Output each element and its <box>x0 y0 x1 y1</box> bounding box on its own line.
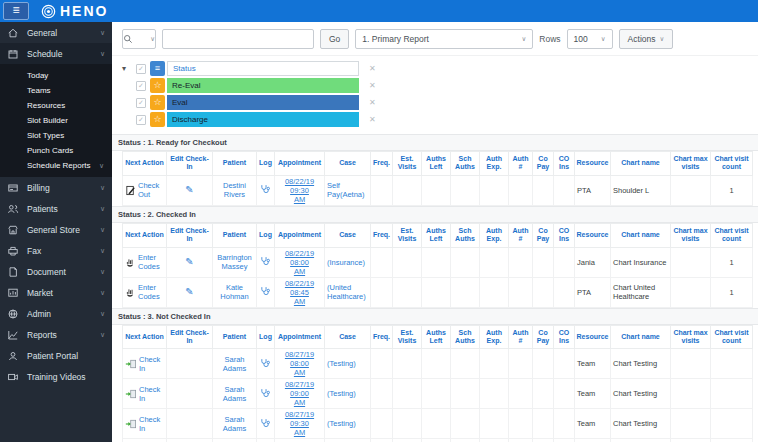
patient-link[interactable]: Sarah Adams <box>223 385 246 403</box>
appointment-link[interactable]: 08/22/19 09:30AM <box>285 177 314 204</box>
column-header-auth-exp-[interactable]: Auth Exp. <box>480 152 509 176</box>
appointment-link[interactable]: 08/27/19 09:00AM <box>285 380 314 407</box>
patient-link[interactable]: Sarah Adams <box>223 415 246 433</box>
column-header-next-action[interactable]: Next Action <box>123 223 167 247</box>
report-select[interactable]: 1. Primary Report ∨ <box>355 29 533 49</box>
column-header-co-pay[interactable]: Co Pay <box>533 223 554 247</box>
column-header-sch-auths[interactable]: Sch Auths <box>451 325 480 349</box>
column-header-edit-check-in[interactable]: Edit Check-In <box>167 152 213 176</box>
column-header-freq-[interactable]: Freq. <box>371 152 393 176</box>
column-header-chart-visit-count[interactable]: Chart visit count <box>711 223 753 247</box>
patient-link[interactable]: Sarah Adams <box>223 355 246 373</box>
column-header-auths-left[interactable]: Auths Left <box>422 152 451 176</box>
sidebar-item-billing[interactable]: Billing∨ <box>0 177 112 198</box>
group-by-icon[interactable]: ≡ <box>150 61 165 76</box>
column-header-auth-exp-[interactable]: Auth Exp. <box>480 325 509 349</box>
close-icon[interactable]: ✕ <box>369 115 376 124</box>
rows-select[interactable]: 100 ∨ <box>567 29 613 49</box>
case-link[interactable]: (United Healthcare) <box>327 283 366 301</box>
column-header-chart-name[interactable]: Chart name <box>611 325 671 349</box>
case-link[interactable]: (Testing) <box>327 359 356 368</box>
column-header-auths-left[interactable]: Auths Left <box>422 325 451 349</box>
column-header-resource[interactable]: Resource <box>575 152 611 176</box>
sidebar-item-admin[interactable]: Admin∨ <box>0 303 112 324</box>
search-input[interactable] <box>162 29 314 49</box>
sidebar-item-reports[interactable]: Reports∨ <box>0 324 112 345</box>
column-header-resource[interactable]: Resource <box>575 223 611 247</box>
column-header-co-pay[interactable]: Co Pay <box>533 152 554 176</box>
column-header-auth-[interactable]: Auth # <box>509 325 533 349</box>
column-header-patient[interactable]: Patient <box>213 325 257 349</box>
star-icon[interactable]: ☆ <box>150 95 165 110</box>
column-header-co-ins[interactable]: CO Ins <box>554 325 575 349</box>
status-chip-re-eval[interactable]: Re-Eval <box>167 78 359 93</box>
log-icon[interactable] <box>260 418 271 428</box>
pencil-icon[interactable]: ✎ <box>185 256 193 267</box>
column-header-est-visits[interactable]: Est. Visits <box>393 223 422 247</box>
column-header-case[interactable]: Case <box>325 325 371 349</box>
appointment-link[interactable]: 08/27/19 08:00AM <box>285 350 314 377</box>
case-link[interactable]: (Testing) <box>327 389 356 398</box>
close-icon[interactable]: ✕ <box>369 98 376 107</box>
sidebar-item-training-videos[interactable]: Training Videos <box>0 366 112 387</box>
column-header-auth-exp-[interactable]: Auth Exp. <box>480 223 509 247</box>
sidebar-subitem-slot-types[interactable]: Slot Types <box>0 128 112 143</box>
log-icon[interactable] <box>260 256 271 266</box>
collapse-caret-icon[interactable]: ▾ <box>122 64 136 73</box>
column-header-chart-max-visits[interactable]: Chart max visits <box>671 152 711 176</box>
sidebar-subitem-punch-cards[interactable]: Punch Cards <box>0 143 112 158</box>
close-icon[interactable]: ✕ <box>369 81 376 90</box>
column-header-appointment[interactable]: Appointment <box>275 325 325 349</box>
column-header-freq-[interactable]: Freq. <box>371 325 393 349</box>
status-chip-eval[interactable]: Eval <box>167 95 359 110</box>
sidebar-item-fax[interactable]: Fax∨ <box>0 240 112 261</box>
column-header-log[interactable]: Log <box>257 325 275 349</box>
pencil-icon[interactable]: ✎ <box>185 286 193 297</box>
column-header-auth-[interactable]: Auth # <box>509 152 533 176</box>
column-header-freq-[interactable]: Freq. <box>371 223 393 247</box>
sidebar-item-patient-portal[interactable]: Patient Portal <box>0 345 112 366</box>
column-header-next-action[interactable]: Next Action <box>123 152 167 176</box>
go-button[interactable]: Go <box>320 29 349 49</box>
column-header-next-action[interactable]: Next Action <box>123 325 167 349</box>
appointment-link[interactable]: 08/22/19 08:00AM <box>285 249 314 276</box>
patient-link[interactable]: Destini Rivers <box>223 181 246 199</box>
appointment-link[interactable]: 08/22/19 08:45AM <box>285 279 314 306</box>
sidebar-item-patients[interactable]: Patients∨ <box>0 198 112 219</box>
next-action-link[interactable]: Check In <box>139 355 164 373</box>
column-header-resource[interactable]: Resource <box>575 325 611 349</box>
column-header-appointment[interactable]: Appointment <box>275 152 325 176</box>
log-icon[interactable] <box>260 286 271 296</box>
log-icon[interactable] <box>260 358 271 368</box>
column-header-log[interactable]: Log <box>257 223 275 247</box>
case-link[interactable]: (Insurance) <box>327 258 365 267</box>
star-icon[interactable]: ☆ <box>150 78 165 93</box>
column-header-sch-auths[interactable]: Sch Auths <box>451 223 480 247</box>
sidebar-item-schedule[interactable]: Schedule∨ <box>0 43 112 64</box>
column-header-auth-[interactable]: Auth # <box>509 223 533 247</box>
next-action-link[interactable]: Check Out <box>138 181 164 199</box>
column-header-edit-check-in[interactable]: Edit Check-In <box>167 223 213 247</box>
sidebar-subitem-resources[interactable]: Resources <box>0 98 112 113</box>
column-header-appointment[interactable]: Appointment <box>275 223 325 247</box>
sidebar-item-market[interactable]: Market∨ <box>0 282 112 303</box>
column-header-chart-visit-count[interactable]: Chart visit count <box>711 152 753 176</box>
column-header-auths-left[interactable]: Auths Left <box>422 223 451 247</box>
next-action-link[interactable]: Enter Codes <box>138 253 164 271</box>
column-header-chart-name[interactable]: Chart name <box>611 223 671 247</box>
appointment-link[interactable]: 08/27/19 09:30AM <box>285 410 314 437</box>
sidebar-item-general-store[interactable]: General Store∨ <box>0 219 112 240</box>
column-header-sch-auths[interactable]: Sch Auths <box>451 152 480 176</box>
close-icon[interactable]: ✕ <box>369 64 376 73</box>
column-header-chart-max-visits[interactable]: Chart max visits <box>671 223 711 247</box>
actions-button[interactable]: Actions ∨ <box>619 29 674 49</box>
next-action-link[interactable]: Check In <box>139 415 164 433</box>
log-icon[interactable] <box>260 388 271 398</box>
column-header-est-visits[interactable]: Est. Visits <box>393 152 422 176</box>
column-header-chart-max-visits[interactable]: Chart max visits <box>671 325 711 349</box>
log-icon[interactable] <box>260 184 271 194</box>
column-header-co-ins[interactable]: CO Ins <box>554 152 575 176</box>
sidebar-subitem-slot-builder[interactable]: Slot Builder <box>0 113 112 128</box>
column-header-chart-name[interactable]: Chart name <box>611 152 671 176</box>
sidebar-item-document[interactable]: Document∨ <box>0 261 112 282</box>
